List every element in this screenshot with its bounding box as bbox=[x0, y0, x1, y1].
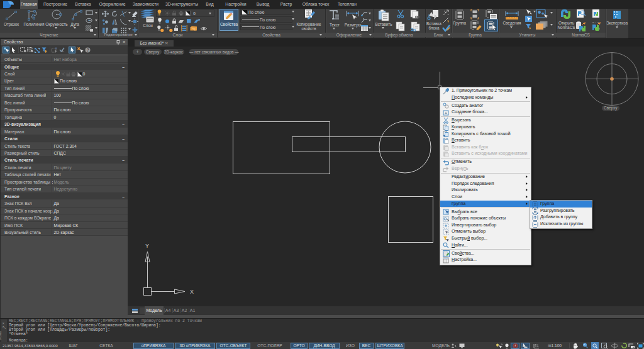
svg-text:Y: Y bbox=[145, 243, 149, 249]
svg-text:?: ? bbox=[87, 47, 89, 52]
svg-text:X: X bbox=[190, 289, 194, 295]
